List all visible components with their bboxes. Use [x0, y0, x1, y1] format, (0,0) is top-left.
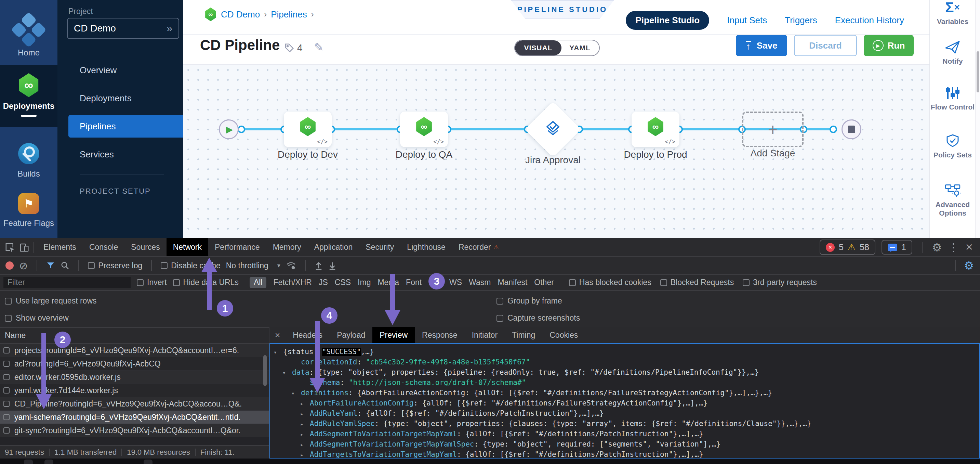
toggle-visual[interactable]: VISUAL — [515, 40, 562, 56]
devtools-tab-performance[interactable]: Performance — [208, 238, 266, 256]
run-button[interactable]: ▶ Run — [864, 35, 914, 56]
console-summary[interactable]: ✕ 5 ⚠ 58 — [819, 239, 875, 255]
blocked-requests-checkbox[interactable] — [660, 279, 667, 286]
json-line[interactable]: ▾data: {type: "object", properties: {pip… — [270, 367, 979, 378]
throttling-dropdown[interactable]: No throttling ▾ — [226, 261, 280, 270]
filter-type-font[interactable]: Font — [406, 278, 422, 287]
detail-tab-response[interactable]: Response — [415, 327, 465, 343]
tab-execution-history[interactable]: Execution History — [835, 15, 904, 26]
request-checkbox[interactable] — [3, 374, 10, 380]
json-line[interactable]: ▸AbortFailureActionConfig: {allOf: [{$re… — [270, 398, 979, 408]
invert-checkbox[interactable] — [137, 279, 144, 286]
request-row[interactable]: acl?routingId=6_vVHzo9Qeu9fXvj-AcbCQ — [0, 357, 269, 371]
capture-screenshots-option[interactable]: Capture screenshots — [496, 313, 580, 323]
pipeline-start-node[interactable]: ▶ — [219, 120, 239, 139]
has-blocked-cookies-checkbox[interactable] — [569, 279, 576, 286]
toggle-yaml[interactable]: YAML — [562, 40, 598, 56]
close-devtools-icon[interactable]: ✕ — [965, 242, 973, 253]
preview-json[interactable]: ▾{status: "SUCCESS",…}correlationId: "cb… — [269, 343, 980, 459]
tab-input-sets[interactable]: Input Sets — [727, 15, 767, 26]
kebab-menu-icon[interactable]: ⋮ — [948, 241, 959, 254]
detail-tab-preview[interactable]: Preview — [372, 327, 415, 343]
request-checkbox[interactable] — [3, 401, 10, 407]
json-line[interactable]: ▸AddTargetsToVariationTargetMapYaml: {al… — [270, 449, 979, 459]
hide-data-urls-checkbox[interactable] — [173, 279, 180, 286]
nav-item-deployments[interactable]: Deployments — [80, 93, 132, 104]
filter-type-ws[interactable]: WS — [449, 278, 462, 287]
filter-3rd-party-requests[interactable]: 3rd-party requests — [743, 278, 817, 287]
devtools-tab-security[interactable]: Security — [359, 238, 401, 256]
rail-item-variables[interactable]: Σ✕ Variables — [930, 1, 975, 26]
stage-deploy-to-prod[interactable]: ∞ </> — [632, 112, 679, 147]
detail-tab-timing[interactable]: Timing — [505, 327, 542, 343]
nav-item-pipelines-selected[interactable]: Pipelines — [68, 115, 183, 137]
filter-type-wasm[interactable]: Wasm — [469, 278, 491, 287]
expander-icon[interactable]: ▸ — [300, 399, 310, 409]
request-checkbox[interactable] — [3, 427, 10, 434]
filter-type-all[interactable]: All — [250, 277, 267, 288]
filter-input[interactable]: Filter — [3, 277, 130, 288]
json-line[interactable]: ▾definitions: {AbortFailureActionConfig:… — [270, 388, 979, 398]
scrollbar-thumb[interactable] — [977, 51, 979, 92]
filter-funnel-icon[interactable] — [46, 261, 55, 269]
edit-pencil-icon[interactable]: ✎ — [314, 40, 324, 54]
device-toolbar-icon[interactable] — [19, 242, 29, 252]
request-row[interactable]: git-sync?routingId=6_vVHzo9Qeu9fXvj-AcbC… — [0, 424, 269, 437]
clear-icon[interactable]: ⊘ — [19, 260, 28, 272]
detail-tab-payload[interactable]: Payload — [329, 327, 372, 343]
json-line[interactable]: ▾{status: "SUCCESS",…} — [270, 347, 979, 357]
preserve-log-option[interactable]: Preserve log — [88, 261, 142, 270]
devtools-tab-memory[interactable]: Memory — [266, 238, 308, 256]
import-har-icon[interactable] — [315, 261, 323, 270]
json-line[interactable]: ▸AddRuleYaml: {allOf: [{$ref: "#/definit… — [270, 408, 979, 418]
stage-deploy-to-dev[interactable]: ∞ </> — [284, 112, 332, 147]
expander-icon[interactable]: ▸ — [300, 409, 310, 419]
request-list-scrollbar-thumb[interactable] — [263, 355, 267, 386]
devtools-tab-network[interactable]: Network — [167, 238, 208, 256]
request-row[interactable]: editor.worker.0595db.worker.js — [0, 371, 269, 384]
disable-cache-checkbox[interactable] — [161, 262, 167, 269]
filter-has-blocked-cookies[interactable]: Has blocked cookies — [569, 278, 651, 287]
request-table-header[interactable]: Name — [0, 328, 269, 344]
detail-tab-cookies[interactable]: Cookies — [542, 327, 585, 343]
visual-yaml-toggle[interactable]: VISUAL YAML — [514, 40, 600, 56]
json-line[interactable]: ▸AddSegmentToVariationTargetMapYaml: {al… — [270, 429, 979, 439]
add-stage-button[interactable]: + — [742, 112, 803, 147]
json-line[interactable]: $schema: "http://json-schema.org/draft-0… — [270, 378, 979, 388]
detail-tab-headers[interactable]: Headers — [286, 327, 329, 343]
request-checkbox[interactable] — [3, 414, 10, 420]
request-checkbox[interactable] — [3, 361, 10, 367]
json-line[interactable]: correlationId: "cb54c3b2-9ffe-49f8-a48e-… — [270, 357, 979, 367]
use-large-rows-checkbox[interactable] — [5, 298, 12, 305]
use-large-rows-option[interactable]: Use large request rows — [5, 297, 97, 306]
nav-item-overview[interactable]: Overview — [80, 65, 116, 76]
expander-icon[interactable]: ▸ — [300, 419, 310, 429]
sidebar-item-builds[interactable]: Builds — [0, 143, 57, 179]
breadcrumb-pipelines[interactable]: Pipelines — [271, 9, 307, 20]
expander-icon[interactable]: ▾ — [274, 347, 283, 357]
show-overview-option[interactable]: Show overview — [5, 313, 69, 323]
request-row[interactable]: yaml-schema?routingId=6_vVHzo9Qeu9fXvj-A… — [0, 411, 269, 424]
rail-item-notify[interactable]: Notify — [930, 40, 975, 65]
invert-option[interactable]: Invert — [137, 278, 167, 287]
network-conditions-icon[interactable] — [286, 261, 296, 270]
discard-button[interactable]: Discard — [794, 35, 857, 56]
devtools-tab-application[interactable]: Application — [308, 238, 360, 256]
rail-item-flow-control[interactable]: Flow Control — [930, 86, 975, 111]
devtools-tab-sources[interactable]: Sources — [124, 238, 166, 256]
export-har-icon[interactable] — [328, 261, 336, 270]
show-overview-checkbox[interactable] — [5, 315, 12, 322]
pipeline-end-node[interactable] — [842, 120, 861, 139]
settings-gear-icon[interactable]: ⚙ — [932, 241, 942, 254]
record-button[interactable] — [5, 261, 14, 269]
expander-icon[interactable]: ▸ — [300, 429, 310, 440]
group-by-frame-checkbox[interactable] — [496, 298, 503, 305]
request-checkbox[interactable] — [3, 347, 10, 354]
hide-data-urls-option[interactable]: Hide data URLs — [173, 278, 239, 287]
search-icon[interactable] — [60, 261, 69, 270]
inspect-icon[interactable] — [5, 242, 15, 252]
filter-type-css[interactable]: CSS — [335, 278, 351, 287]
filter-blocked-requests[interactable]: Blocked Requests — [660, 278, 734, 287]
network-settings-gear-icon[interactable]: ⚙ — [964, 259, 974, 272]
sidebar-item-feature-flags[interactable]: ⚑ Feature Flags — [0, 193, 57, 228]
